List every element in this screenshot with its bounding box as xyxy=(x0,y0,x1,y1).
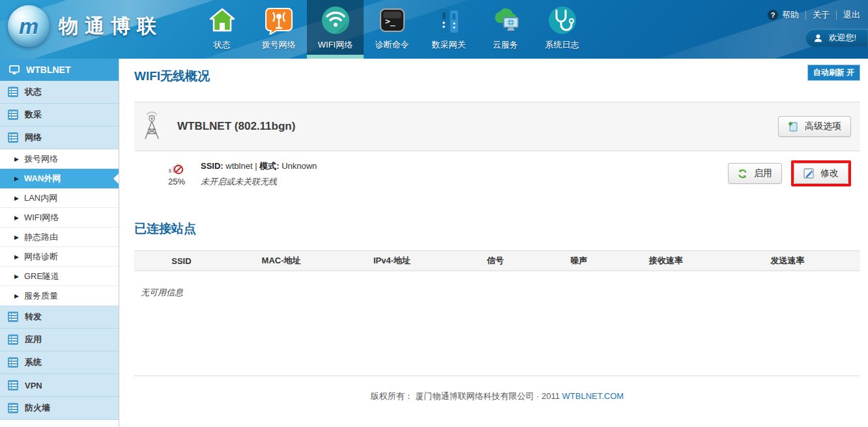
brand-logo: m 物通博联 xyxy=(8,5,163,47)
nav-tab-diagnostic-command[interactable]: >_ 诊断命令 xyxy=(364,0,420,59)
empty-table-message: 无可用信息 xyxy=(141,287,860,299)
antenna-tower-icon xyxy=(138,111,166,141)
list-icon xyxy=(8,403,18,413)
sidebar-item-qos[interactable]: ▶ 服务质量 xyxy=(0,286,119,306)
sidebar-header: WTBLNET xyxy=(0,59,119,81)
edit-icon xyxy=(803,168,814,179)
terminal-icon: >_ xyxy=(377,5,407,35)
col-rx-rate: 接收速率 xyxy=(617,251,715,271)
wifi-network-title: WTBLNET (802.11bgn) xyxy=(177,120,295,133)
user-icon xyxy=(813,33,823,43)
sidebar-item-static-route[interactable]: ▶ 静态路由 xyxy=(0,228,119,247)
help-link[interactable]: 帮助 xyxy=(782,9,799,21)
col-ssid: SSID xyxy=(134,251,229,271)
ssid-line: SSID: wtblnet | 模式: Unknown xyxy=(201,160,728,172)
modify-button-highlight: 修改 xyxy=(791,160,851,186)
connected-stations-title: 已连接站点 xyxy=(134,220,196,237)
top-links: ? 帮助 关于 退出 xyxy=(768,9,860,21)
logout-link[interactable]: 退出 xyxy=(843,9,860,21)
list-icon xyxy=(8,334,18,345)
page-plus-icon xyxy=(788,121,798,132)
sidebar-item-net-diagnosis[interactable]: ▶ 网络诊断 xyxy=(0,247,119,267)
table-header-row: SSID MAC-地址 IPv4-地址 信号 噪声 接收速率 发送速率 xyxy=(134,251,860,271)
sidebar-item-system[interactable]: 系统 xyxy=(0,351,119,374)
list-icon xyxy=(8,110,18,120)
sidebar-item-wifi[interactable]: ▶ WIFI网络 xyxy=(0,208,119,228)
col-ipv4: IPv4-地址 xyxy=(334,251,450,271)
sidebar-item-application[interactable]: 应用 xyxy=(0,329,119,351)
chevron-right-icon: ▶ xyxy=(14,195,19,201)
sidebar-item-status[interactable]: 状态 xyxy=(0,81,119,104)
wifi-actions: 启用 修改 xyxy=(728,160,851,186)
chevron-right-icon: ▶ xyxy=(14,254,19,260)
list-icon xyxy=(8,312,18,322)
footer-link[interactable]: WTBLNET.COM xyxy=(562,391,624,401)
sidebar-item-wan[interactable]: ▶ WAN外网 xyxy=(0,169,119,188)
about-link[interactable]: 关于 xyxy=(813,9,830,21)
wifi-icon xyxy=(321,5,351,35)
chevron-right-icon: ▶ xyxy=(14,156,19,162)
refresh-icon xyxy=(738,169,747,179)
cloud-monitor-icon xyxy=(491,5,521,35)
nav-tab-data-gateway[interactable]: 数采网关 xyxy=(420,0,477,59)
list-icon xyxy=(8,380,18,390)
sidebar-item-lan[interactable]: ▶ LAN内网 xyxy=(0,188,119,208)
connected-stations-table: SSID MAC-地址 IPv4-地址 信号 噪声 接收速率 发送速率 无可用信… xyxy=(134,250,860,299)
welcome-badge[interactable]: 欢迎您! xyxy=(805,29,868,47)
top-header: m 物通博联 状态 拨号网络 WIFI网络 >_ 诊断命令 xyxy=(0,0,868,59)
auto-refresh-toggle[interactable]: 自动刷新 开 xyxy=(807,65,860,81)
chevron-right-icon: ▶ xyxy=(14,234,19,241)
sidebar-title: WTBLNET xyxy=(26,65,70,75)
main-nav: 状态 拨号网络 WIFI网络 >_ 诊断命令 数采网关 xyxy=(194,0,590,59)
sidebar-item-firewall[interactable]: 防火墙 xyxy=(0,397,119,420)
chevron-right-icon: ▶ xyxy=(14,273,19,280)
modify-button[interactable]: 修改 xyxy=(794,163,848,184)
list-icon xyxy=(8,87,18,97)
wifi-status-text: 未开启或未关联无线 xyxy=(201,176,728,188)
list-icon xyxy=(8,357,18,368)
nav-tab-wifi-network[interactable]: WIFI网络 xyxy=(307,0,364,59)
nav-tab-cloud-service[interactable]: 云服务 xyxy=(477,0,534,59)
signal-percent: 25% xyxy=(168,177,185,186)
nav-tab-system-log[interactable]: 系统日志 xyxy=(534,0,590,59)
sidebar-item-gre-tunnel[interactable]: ▶ GRE隧道 xyxy=(0,267,119,286)
col-noise: 噪声 xyxy=(541,251,617,271)
help-icon: ? xyxy=(768,10,778,20)
sidebar-item-network[interactable]: 网络 xyxy=(0,126,119,149)
sidebar-item-data-collect[interactable]: 数采 xyxy=(0,104,119,126)
nav-tab-dialup-network[interactable]: 拨号网络 xyxy=(250,0,307,59)
signal-indicator: 25% xyxy=(168,160,185,186)
nav-tab-status[interactable]: 状态 xyxy=(194,0,250,59)
footer: 版权所有： 厦门物通博联网络科技有限公司 · 2011 WTBLNET.COM xyxy=(134,375,860,402)
wifi-panel-body: 25% SSID: wtblnet | 模式: Unknown 未开启或未关联无… xyxy=(134,151,860,199)
sidebar-item-dialup[interactable]: ▶ 拨号网络 xyxy=(0,149,119,169)
signal-disabled-icon xyxy=(168,160,185,175)
list-icon xyxy=(8,132,18,143)
col-tx-rate: 发送速率 xyxy=(715,251,860,271)
chevron-right-icon: ▶ xyxy=(14,214,19,221)
main-content: WIFI无线概况 自动刷新 开 WTBLNET (802.11bgn) 高级选项 xyxy=(120,59,868,427)
svg-text:>_: >_ xyxy=(385,16,396,27)
server-towers-icon xyxy=(434,5,464,35)
enable-button[interactable]: 启用 xyxy=(728,163,782,184)
welcome-text: 欢迎您! xyxy=(828,32,856,44)
sidebar-item-forwarding[interactable]: 转发 xyxy=(0,306,119,329)
logo-globe-icon: m xyxy=(8,5,50,47)
stethoscope-icon xyxy=(547,5,577,35)
wifi-panel: WTBLNET (802.11bgn) 高级选项 25% S xyxy=(134,102,860,199)
sidebar: WTBLNET 状态 数采 网络 ▶ 拨号网络 ▶ WAN外网 ▶ LAN内网 … xyxy=(0,59,119,427)
wifi-panel-header: WTBLNET (802.11bgn) 高级选项 xyxy=(134,102,860,151)
chevron-right-icon: ▶ xyxy=(14,175,19,182)
chevron-right-icon: ▶ xyxy=(14,293,19,299)
monitor-icon xyxy=(9,65,20,75)
sidebar-item-vpn[interactable]: VPN xyxy=(0,374,119,397)
page-title: WIFI无线概况 xyxy=(134,68,210,85)
col-mac: MAC-地址 xyxy=(229,251,334,271)
col-signal: 信号 xyxy=(450,251,541,271)
ssid-info: SSID: wtblnet | 模式: Unknown 未开启或未关联无线 xyxy=(201,160,728,188)
home-icon xyxy=(207,5,237,35)
broadcast-icon xyxy=(264,5,294,35)
brand-name: 物通博联 xyxy=(59,13,163,40)
copyright-text: 版权所有： 厦门物通博联网络科技有限公司 · 2011 xyxy=(371,391,560,401)
advanced-options-button[interactable]: 高级选项 xyxy=(778,116,851,137)
